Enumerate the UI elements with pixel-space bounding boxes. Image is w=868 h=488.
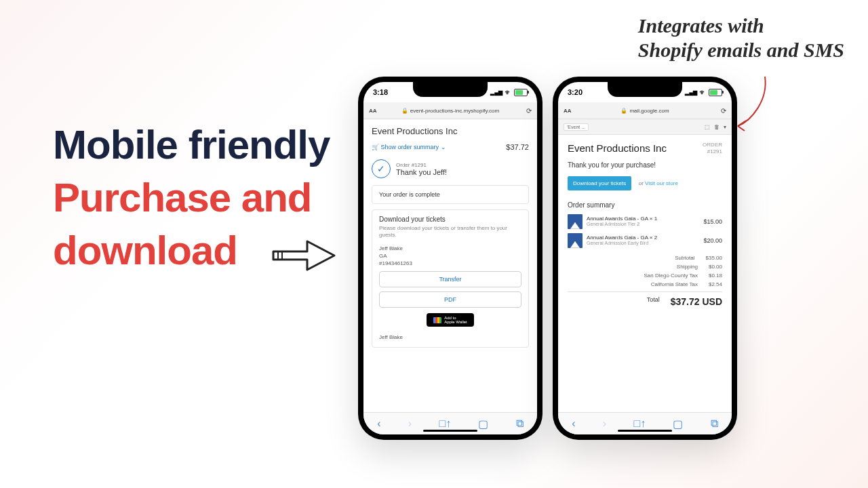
- row-value: $0.18: [709, 272, 722, 279]
- product-thumb: [568, 214, 583, 229]
- row-value: $35.00: [706, 255, 722, 261]
- item-variant: General Admission Early Bird: [587, 241, 699, 246]
- annotation-line-2: Shopify emails and SMS: [638, 38, 844, 62]
- cta-row: Download your tickets or Visit our store: [568, 176, 722, 190]
- download-tickets-button[interactable]: Download your tickets: [568, 176, 631, 190]
- wifi-icon: ᯤ: [699, 88, 707, 96]
- back-icon[interactable]: ‹: [572, 418, 575, 430]
- pdf-button[interactable]: PDF: [379, 291, 521, 308]
- bookmarks-icon[interactable]: ▢: [673, 418, 683, 430]
- product-name: Annual Awards Gala - GA × 1 General Admi…: [587, 216, 699, 228]
- bookmarks-icon[interactable]: ▢: [478, 418, 488, 430]
- product-thumb: [568, 233, 583, 248]
- order-label-block: ORDER #1291: [703, 142, 722, 156]
- table-row: San Diego County Tax$0.18: [568, 271, 722, 280]
- annotation: Integrates with Shopify emails and SMS: [638, 14, 844, 62]
- ticket-name: Jeff Blake: [379, 245, 521, 252]
- table-row: Shipping$0.00: [568, 262, 722, 271]
- download-tickets-card: Download your tickets Please download yo…: [372, 209, 529, 348]
- order-summary-title: Order summary: [568, 201, 722, 209]
- forward-icon[interactable]: ›: [603, 418, 606, 430]
- checkout-content: Event Productions Inc 🛒 Show order summa…: [363, 119, 537, 427]
- home-indicator[interactable]: [618, 430, 672, 432]
- row-label: San Diego County Tax: [568, 272, 698, 279]
- status-time: 3:18: [373, 88, 388, 96]
- order-number: Order #1291: [396, 162, 447, 168]
- ticket-info: Jeff Blake GA #1943461263: [379, 245, 521, 268]
- browser-bar: AA 🔒 mail.google.com ⟳: [558, 102, 732, 119]
- list-item: Annual Awards Gala - GA × 1 General Admi…: [568, 214, 722, 229]
- download-title: Download your tickets: [379, 216, 521, 223]
- thank-you-text: Thank you Jeff!: [396, 168, 447, 176]
- or-text: or: [639, 180, 644, 186]
- email-body: Event Productions Inc ORDER #1291 Thank …: [558, 135, 732, 315]
- reload-icon[interactable]: ⟳: [526, 107, 532, 115]
- more-icon[interactable]: ▾: [724, 124, 726, 130]
- phone-screen: 3:18 ▂▄▆ ᯤ AA 🔒 event-productions-inc.my…: [363, 82, 537, 434]
- apple-wallet-button[interactable]: Add to Apple Wallet: [427, 313, 474, 327]
- row-value: $37.72 USD: [671, 296, 722, 307]
- table-row: California State Tax$2.54: [568, 280, 722, 289]
- grand-total-row: Total$37.72 USD: [568, 291, 722, 308]
- arrow-curve-icon: [731, 73, 772, 134]
- back-icon[interactable]: ‹: [377, 418, 380, 430]
- item-name: Annual Awards Gala - GA × 1: [587, 216, 699, 222]
- transfer-button[interactable]: Transfer: [379, 271, 521, 287]
- home-indicator[interactable]: [423, 430, 477, 432]
- download-sub: Please download your tickets or transfer…: [379, 225, 521, 239]
- row-label: Total: [568, 296, 660, 307]
- item-price: $15.00: [703, 218, 722, 225]
- phone-email: 3:20 ▂▄▆ ᯤ AA 🔒 mail.google.com ⟳ 'Event…: [553, 77, 737, 440]
- store-title: Event Productions Inc: [372, 126, 529, 136]
- status-icons: ▂▄▆ ᯤ: [490, 88, 528, 96]
- order-summary-toggle[interactable]: 🛒 Show order summary ⌄ $37.72: [372, 143, 529, 151]
- ticket-info-2: Jeff Blake: [379, 333, 521, 341]
- tabs-icon[interactable]: ⧉: [516, 418, 524, 430]
- item-price: $20.00: [703, 237, 722, 244]
- ticket-tier: GA: [379, 252, 521, 260]
- row-label: Shipping: [568, 264, 698, 270]
- email-header: Event Productions Inc ORDER #1291: [568, 142, 722, 156]
- thank-you-row: ✓ Order #1291 Thank you Jeff!: [372, 159, 529, 178]
- item-variant: General Admission Tier 2: [587, 222, 699, 227]
- visit-store: or Visit our store: [639, 180, 678, 186]
- totals: Subtotal$35.00 Shipping$0.00 San Diego C…: [568, 253, 722, 308]
- text-size-icon[interactable]: AA: [564, 108, 572, 114]
- forward-icon[interactable]: ›: [408, 418, 412, 430]
- visit-store-link[interactable]: Visit our store: [645, 180, 678, 186]
- signal-icon: ▂▄▆: [490, 89, 502, 96]
- product-name: Annual Awards Gala - GA × 2 General Admi…: [587, 235, 699, 247]
- wifi-icon: ᯤ: [505, 88, 512, 96]
- battery-icon: [514, 89, 528, 96]
- annotation-line-1: Integrates with: [638, 14, 844, 38]
- status-time: 3:20: [568, 88, 583, 96]
- order-number: #1291: [703, 148, 722, 155]
- url-field[interactable]: 🔒 event-productions-inc.myshopify.com: [401, 108, 499, 114]
- status-icons: ▂▄▆ ᯤ: [685, 88, 722, 96]
- delete-icon[interactable]: 🗑: [714, 124, 719, 130]
- gmail-toolbar: 'Event ... ⬚ 🗑 ▾: [558, 119, 732, 135]
- wallet-icon: [433, 317, 441, 323]
- wallet-label: Add to Apple Wallet: [444, 316, 467, 324]
- marketing-slide: Mobile friendly Purchase and download In…: [0, 0, 868, 488]
- check-circle-icon: ✓: [372, 159, 391, 178]
- share-icon[interactable]: □↑: [439, 418, 451, 430]
- browser-bar: AA 🔒 event-productions-inc.myshopify.com…: [363, 102, 537, 119]
- text-size-icon[interactable]: AA: [369, 108, 377, 114]
- archive-icon[interactable]: ⬚: [705, 124, 710, 130]
- chevron-down-icon: ⌄: [441, 144, 446, 150]
- signal-icon: ▂▄▆: [685, 89, 697, 96]
- sender-chip[interactable]: 'Event ...: [564, 123, 589, 131]
- phone-screen: 3:20 ▂▄▆ ᯤ AA 🔒 mail.google.com ⟳ 'Event…: [558, 82, 732, 434]
- notch: [608, 82, 682, 97]
- summary-price: $37.72: [506, 143, 529, 151]
- reload-icon[interactable]: ⟳: [721, 107, 726, 115]
- battery-icon: [709, 89, 722, 96]
- email-thank: Thank you for your purchase!: [568, 161, 722, 169]
- tabs-icon[interactable]: ⧉: [711, 418, 718, 430]
- phone-checkout: 3:18 ▂▄▆ ᯤ AA 🔒 event-productions-inc.my…: [358, 77, 542, 440]
- share-icon[interactable]: □↑: [633, 418, 646, 430]
- item-name: Annual Awards Gala - GA × 2: [587, 235, 699, 241]
- url-field[interactable]: 🔒 mail.google.com: [620, 108, 669, 114]
- list-item: Annual Awards Gala - GA × 2 General Admi…: [568, 233, 722, 248]
